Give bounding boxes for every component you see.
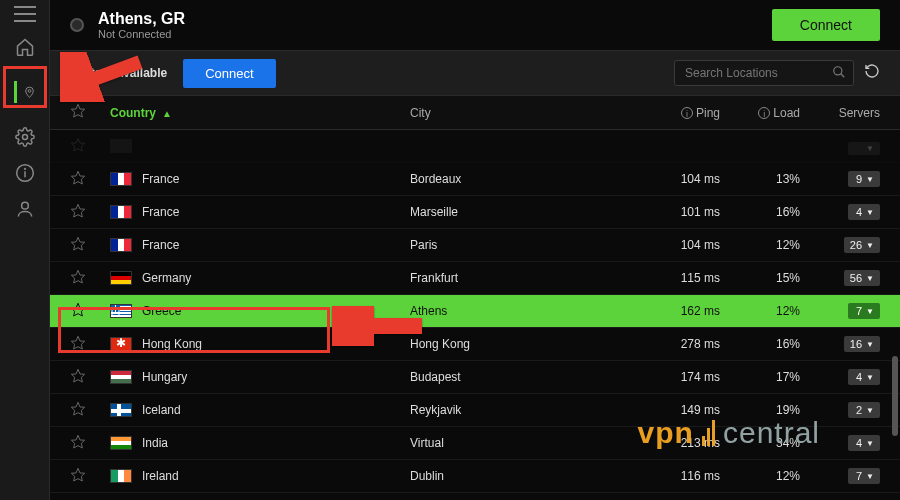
- home-icon[interactable]: [14, 36, 36, 58]
- svg-point-0: [28, 90, 31, 93]
- info-icon[interactable]: [14, 162, 36, 184]
- country-name: France: [142, 238, 179, 252]
- servers-cell[interactable]: 26▼: [800, 237, 880, 253]
- favorite-star-icon[interactable]: [70, 170, 110, 189]
- info-icon: i: [681, 107, 693, 119]
- city-column-header[interactable]: City: [410, 106, 640, 120]
- city-cell: Frankfurt: [410, 271, 640, 285]
- connection-status-dot: [70, 18, 84, 32]
- svg-point-6: [834, 67, 842, 75]
- ping-column-header[interactable]: iPing: [640, 106, 720, 120]
- city-cell: Bordeaux: [410, 172, 640, 186]
- menu-icon[interactable]: [14, 6, 36, 22]
- servers-cell[interactable]: 9▼: [800, 171, 880, 187]
- table-row[interactable]: GermanyFrankfurt115 ms15%56▼: [50, 262, 900, 295]
- servers-cell[interactable]: 7▼: [800, 468, 880, 484]
- city-cell: Marseille: [410, 205, 640, 219]
- flag-icon: [110, 238, 132, 252]
- svg-line-7: [841, 74, 845, 78]
- ping-cell: 101 ms: [640, 205, 720, 219]
- load-column-header[interactable]: iLoad: [720, 106, 800, 120]
- load-cell: 16%: [720, 337, 800, 351]
- favorite-star-icon[interactable]: [70, 302, 110, 321]
- chevron-down-icon: ▼: [866, 241, 874, 250]
- table-row[interactable]: Hong KongHong Kong278 ms16%16▼: [50, 328, 900, 361]
- table-row[interactable]: FranceBordeaux104 ms13%9▼: [50, 163, 900, 196]
- favorite-star-icon[interactable]: [70, 269, 110, 288]
- search-locations-box: [674, 60, 854, 86]
- chevron-down-icon: ▼: [866, 144, 874, 153]
- servers-cell[interactable]: ▼: [800, 137, 880, 155]
- country-name: Hong Kong: [142, 337, 202, 351]
- table-header: Country▲ City iPing iLoad Servers: [50, 96, 900, 130]
- connect-fastest-button[interactable]: Connect: [183, 59, 275, 88]
- favorite-star-icon[interactable]: [70, 335, 110, 354]
- fastest-available-label[interactable]: Fastest Available: [70, 66, 167, 80]
- favorite-star-icon[interactable]: [70, 137, 110, 156]
- country-name: Hungary: [142, 370, 187, 384]
- location-icon[interactable]: [14, 81, 36, 103]
- servers-cell[interactable]: 4▼: [800, 204, 880, 220]
- flag-icon: [110, 436, 132, 450]
- load-cell: 12%: [720, 304, 800, 318]
- servers-cell[interactable]: 4▼: [800, 369, 880, 385]
- country-cell: Ireland: [110, 469, 410, 483]
- favorite-column-header[interactable]: [70, 103, 110, 122]
- chevron-down-icon: ▼: [866, 373, 874, 382]
- country-cell: Hungary: [110, 370, 410, 384]
- country-column-header[interactable]: Country▲: [110, 106, 410, 120]
- city-cell: Budapest: [410, 370, 640, 384]
- flag-icon: [110, 271, 132, 285]
- favorite-star-icon[interactable]: [70, 236, 110, 255]
- country-name: France: [142, 205, 179, 219]
- scrollbar[interactable]: [892, 356, 898, 436]
- servers-column-header[interactable]: Servers: [800, 106, 880, 120]
- chevron-down-icon: ▼: [866, 439, 874, 448]
- account-icon[interactable]: [14, 198, 36, 220]
- table-row[interactable]: ▼: [50, 130, 900, 163]
- flag-icon: [110, 205, 132, 219]
- chevron-down-icon: ▼: [866, 175, 874, 184]
- table-row[interactable]: FranceMarseille101 ms16%4▼: [50, 196, 900, 229]
- favorite-star-icon[interactable]: [70, 203, 110, 222]
- country-cell: France: [110, 238, 410, 252]
- favorite-star-icon[interactable]: [70, 401, 110, 420]
- country-cell: France: [110, 205, 410, 219]
- country-cell: India: [110, 436, 410, 450]
- table-row[interactable]: IrelandDublin116 ms12%7▼: [50, 460, 900, 493]
- refresh-icon[interactable]: [864, 63, 880, 83]
- city-cell: Reykjavik: [410, 403, 640, 417]
- ping-cell: 174 ms: [640, 370, 720, 384]
- city-cell: Athens: [410, 304, 640, 318]
- load-cell: 17%: [720, 370, 800, 384]
- ping-cell: 115 ms: [640, 271, 720, 285]
- load-cell: 16%: [720, 205, 800, 219]
- servers-cell[interactable]: 7▼: [800, 303, 880, 319]
- logo-bars-icon: [702, 420, 715, 446]
- favorite-star-icon[interactable]: [70, 467, 110, 486]
- table-row[interactable]: HungaryBudapest174 ms17%4▼: [50, 361, 900, 394]
- flag-icon: [110, 337, 132, 351]
- watermark: vpn central: [638, 416, 820, 450]
- chevron-down-icon: ▼: [866, 307, 874, 316]
- flag-icon: [110, 370, 132, 384]
- svg-point-1: [22, 135, 27, 140]
- load-cell: 15%: [720, 271, 800, 285]
- ping-cell: 116 ms: [640, 469, 720, 483]
- flag-icon: [110, 469, 132, 483]
- header-location: Athens, GR: [98, 10, 185, 28]
- servers-cell[interactable]: 16▼: [800, 336, 880, 352]
- country-name: Greece: [142, 304, 181, 318]
- settings-icon[interactable]: [14, 126, 36, 148]
- favorite-star-icon[interactable]: [70, 368, 110, 387]
- table-row[interactable]: FranceParis104 ms12%26▼: [50, 229, 900, 262]
- connect-button[interactable]: Connect: [772, 9, 880, 41]
- table-row[interactable]: GreeceAthens162 ms12%7▼: [50, 295, 900, 328]
- city-cell: Hong Kong: [410, 337, 640, 351]
- svg-point-5: [21, 202, 28, 209]
- search-input[interactable]: [674, 60, 854, 86]
- search-icon[interactable]: [832, 65, 846, 83]
- servers-cell[interactable]: 56▼: [800, 270, 880, 286]
- favorite-star-icon[interactable]: [70, 434, 110, 453]
- chevron-down-icon: ▼: [866, 472, 874, 481]
